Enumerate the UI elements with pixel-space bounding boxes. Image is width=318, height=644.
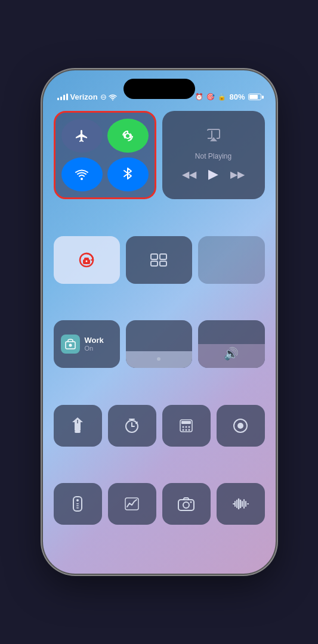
play-button[interactable]: ▶ <box>208 166 218 182</box>
svg-rect-9 <box>160 254 166 259</box>
now-playing-panel: Not Playing ◀◀ ▶ ▶▶ <box>162 111 265 199</box>
alarm-icon: ⏰ <box>195 93 203 101</box>
screen-mirror-button[interactable] <box>126 236 192 284</box>
fifth-row <box>54 483 265 525</box>
focus-icon: 🎯 <box>206 93 215 101</box>
svg-point-27 <box>189 426 190 428</box>
svg-point-29 <box>186 429 187 431</box>
work-sublabel: On <box>85 345 104 352</box>
svg-rect-35 <box>76 503 79 504</box>
empty-slot <box>198 236 264 284</box>
svg-point-30 <box>189 429 190 431</box>
svg-line-22 <box>136 422 137 423</box>
svg-rect-37 <box>76 507 79 509</box>
svg-point-3 <box>81 178 83 180</box>
svg-point-25 <box>183 426 184 428</box>
screen-record-button[interactable] <box>217 405 265 447</box>
volume-icon: 🔊 <box>224 346 239 361</box>
svg-rect-10 <box>151 261 158 266</box>
timer-button[interactable] <box>108 405 156 447</box>
signal-bars <box>57 94 68 100</box>
svg-point-13 <box>69 344 72 347</box>
camera-button[interactable] <box>162 483 211 525</box>
work-focus-button[interactable]: Work On <box>54 320 120 368</box>
rewind-button[interactable]: ◀◀ <box>182 169 196 180</box>
work-text: Work On <box>85 336 104 353</box>
not-playing-label: Not Playing <box>195 152 231 160</box>
work-icon <box>61 335 80 354</box>
remote-button[interactable] <box>54 483 102 525</box>
control-center: Not Playing ◀◀ ▶ ▶▶ <box>54 111 265 556</box>
airplane-mode-button[interactable] <box>61 119 103 153</box>
voice-memo-button[interactable] <box>217 483 265 525</box>
svg-rect-11 <box>160 261 166 266</box>
svg-point-32 <box>237 423 243 429</box>
svg-rect-24 <box>181 421 191 424</box>
svg-marker-14 <box>72 417 83 431</box>
signal-bar-3 <box>63 95 65 100</box>
media-controls: ◀◀ ▶ ▶▶ <box>182 166 245 182</box>
battery-percent: 80% <box>229 92 245 101</box>
svg-point-28 <box>183 429 184 431</box>
svg-rect-39 <box>178 500 194 510</box>
svg-point-7 <box>86 260 88 262</box>
top-row: Not Playing ◀◀ ▶ ▶▶ <box>54 111 265 199</box>
svg-rect-36 <box>76 506 79 507</box>
third-row: Work On 🔊 <box>54 320 265 368</box>
cellular-button[interactable] <box>107 119 149 153</box>
svg-point-34 <box>76 499 79 501</box>
signal-bar-1 <box>57 98 59 100</box>
lock-rotation-icon <box>76 249 97 271</box>
svg-rect-15 <box>75 431 81 433</box>
battery-fill <box>249 95 258 99</box>
wifi-button[interactable] <box>61 157 103 191</box>
brightness-slider[interactable] <box>126 320 192 368</box>
charts-button[interactable] <box>108 483 156 525</box>
svg-rect-8 <box>151 254 158 259</box>
second-row <box>54 236 265 284</box>
svg-point-40 <box>183 502 189 508</box>
dynamic-island <box>124 79 195 99</box>
wifi-status-icon: ⊖ <box>100 92 118 101</box>
volume-slider[interactable]: 🔊 <box>198 320 264 368</box>
svg-point-41 <box>190 501 192 503</box>
battery-icon <box>248 94 261 100</box>
signal-bar-4 <box>66 94 68 100</box>
phone-frame: Verizon ⊖ ⏰ 🎯 🔒 80% <box>43 70 276 574</box>
connectivity-panel <box>54 111 156 199</box>
forward-button[interactable]: ▶▶ <box>230 169 245 180</box>
lock-status-icon: 🔒 <box>218 93 226 101</box>
carrier-name: Verizon <box>70 92 98 101</box>
fourth-row <box>54 405 265 447</box>
signal-bar-2 <box>60 97 62 100</box>
svg-point-0 <box>125 134 130 138</box>
airplay-icon <box>205 128 222 146</box>
svg-point-26 <box>186 426 187 428</box>
bluetooth-button[interactable] <box>107 157 149 191</box>
screen-lock-button[interactable] <box>54 236 120 284</box>
calculator-button[interactable] <box>162 405 211 447</box>
status-right: ⏰ 🎯 🔒 80% <box>195 92 261 101</box>
work-label: Work <box>85 336 104 345</box>
flashlight-button[interactable] <box>54 405 102 447</box>
